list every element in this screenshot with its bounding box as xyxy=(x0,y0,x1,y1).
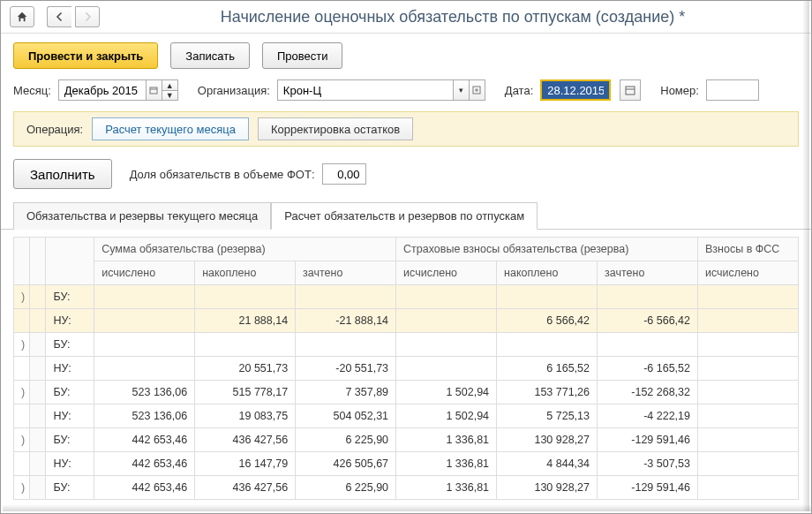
table-row[interactable]: НУ:21 888,14-21 888,146 566,42-6 566,42 xyxy=(14,309,799,333)
cell-v2 xyxy=(195,285,296,309)
col-calc: исчислено xyxy=(94,261,195,285)
cell-v2: 515 778,17 xyxy=(195,381,296,404)
cell-v1: 523 136,06 xyxy=(94,404,195,428)
cell-v7 xyxy=(698,404,799,428)
table-row[interactable]: )БУ:442 653,46436 427,566 225,901 336,81… xyxy=(14,428,799,452)
col-calc2: исчислено xyxy=(396,261,497,285)
cell-v1 xyxy=(94,357,195,381)
org-input[interactable] xyxy=(277,79,454,101)
cell-v7 xyxy=(698,333,799,357)
cell-v6: -6 566,42 xyxy=(598,309,698,333)
cell-v5: 153 771,26 xyxy=(497,381,598,404)
cell-v7 xyxy=(698,476,799,500)
cell-v3: 6 225,90 xyxy=(296,476,396,500)
org-dropdown-icon[interactable]: ▾ xyxy=(454,79,470,101)
cell-v7 xyxy=(698,381,799,404)
date-input[interactable] xyxy=(540,79,611,101)
cell-v5: 6 566,42 xyxy=(497,309,598,333)
cell-v1: 442 653,46 xyxy=(94,428,195,452)
col-accum2: накоплено xyxy=(497,261,598,285)
cell-v5: 6 165,52 xyxy=(497,357,598,381)
table-row[interactable]: )БУ:523 136,06515 778,177 357,891 502,94… xyxy=(14,381,799,404)
month-label: Месяц: xyxy=(13,84,51,97)
cell-v6: -6 165,52 xyxy=(598,357,698,381)
cell-v6: -152 268,32 xyxy=(598,381,698,404)
date-label: Дата: xyxy=(505,84,533,97)
cell-v1: 442 653,46 xyxy=(94,452,195,476)
month-up-icon[interactable]: ▲ xyxy=(162,79,178,90)
cell-v5: 4 844,34 xyxy=(497,452,598,476)
tab-obligations[interactable]: Обязательства и резервы текущего месяца xyxy=(13,202,271,230)
table-row[interactable]: )БУ: xyxy=(14,333,799,357)
row-account: БУ: xyxy=(46,428,94,452)
cell-v3: 504 052,31 xyxy=(296,404,396,428)
cell-v4: 1 336,81 xyxy=(396,452,497,476)
save-button[interactable]: Записать xyxy=(170,42,250,69)
cell-v6: -129 591,46 xyxy=(598,428,698,452)
cell-v4 xyxy=(396,309,497,333)
cell-v1 xyxy=(94,285,195,309)
cell-v3: -20 551,73 xyxy=(296,357,396,381)
cell-v2: 20 551,73 xyxy=(195,357,296,381)
row-stub xyxy=(30,404,46,428)
row-stub xyxy=(30,309,46,333)
svg-rect-0 xyxy=(150,87,157,94)
month-input[interactable] xyxy=(58,79,147,101)
home-icon[interactable] xyxy=(10,6,34,27)
cell-v6 xyxy=(598,285,698,309)
cell-v4 xyxy=(396,333,497,357)
table-row[interactable]: НУ:20 551,73-20 551,736 165,52-6 165,52 xyxy=(14,357,799,381)
cell-v3 xyxy=(296,285,396,309)
cell-v6: -4 222,19 xyxy=(598,404,698,428)
back-button[interactable] xyxy=(47,6,71,27)
date-calendar-icon[interactable] xyxy=(620,79,641,101)
cell-v7 xyxy=(698,309,799,333)
table-row[interactable]: )БУ:442 653,46436 427,566 225,901 336,81… xyxy=(14,476,799,500)
cell-v4: 1 336,81 xyxy=(396,476,497,500)
row-account: НУ: xyxy=(46,452,94,476)
fill-button[interactable]: Заполнить xyxy=(13,159,112,189)
row-account: НУ: xyxy=(46,309,94,333)
month-calendar-icon[interactable] xyxy=(147,79,162,101)
row-id: ) xyxy=(14,285,30,309)
row-account: БУ: xyxy=(46,285,94,309)
cell-v1: 442 653,46 xyxy=(94,476,195,500)
tab-calculation[interactable]: Расчет обязательств и резервов по отпуск… xyxy=(271,202,538,230)
cell-v5 xyxy=(497,333,598,357)
cell-v1 xyxy=(94,309,195,333)
row-id xyxy=(14,309,30,333)
org-open-icon[interactable] xyxy=(470,79,485,101)
forward-button[interactable] xyxy=(75,6,100,27)
row-id xyxy=(14,452,30,476)
number-input[interactable] xyxy=(706,79,759,101)
row-id xyxy=(14,357,30,381)
cell-v3: 6 225,90 xyxy=(296,428,396,452)
row-stub xyxy=(30,476,46,500)
table-row[interactable]: )БУ: xyxy=(14,285,799,309)
cell-v6: -129 591,46 xyxy=(598,476,698,500)
row-stub xyxy=(30,285,46,309)
cell-v7 xyxy=(698,285,799,309)
row-id xyxy=(14,404,30,428)
cell-v2: 21 888,14 xyxy=(195,309,296,333)
table-row[interactable]: НУ:442 653,4616 147,79426 505,671 336,81… xyxy=(14,452,799,476)
col-offset2: зачтено xyxy=(598,261,698,285)
operation-tab-current[interactable]: Расчет текущего месяца xyxy=(92,117,249,140)
row-account: БУ: xyxy=(46,476,94,500)
table-row[interactable]: НУ:523 136,0619 083,75504 052,311 502,94… xyxy=(14,404,799,428)
row-id: ) xyxy=(14,381,30,404)
page-title: Начисление оценочных обязательств по отп… xyxy=(103,8,802,26)
share-input[interactable] xyxy=(322,163,366,185)
cell-v4 xyxy=(396,357,497,381)
cell-v2: 16 147,79 xyxy=(195,452,296,476)
cell-v3 xyxy=(296,333,396,357)
data-grid[interactable]: Сумма обязательства (резерва) Страховые … xyxy=(13,237,799,500)
operation-tab-correction[interactable]: Корректировка остатков xyxy=(258,117,413,140)
cell-v5: 130 928,27 xyxy=(497,476,598,500)
cell-v7 xyxy=(698,428,799,452)
month-down-icon[interactable]: ▼ xyxy=(162,90,178,101)
post-button[interactable]: Провести xyxy=(262,42,343,69)
cell-v3: 426 505,67 xyxy=(296,452,396,476)
cell-v2: 436 427,56 xyxy=(195,428,296,452)
post-and-close-button[interactable]: Провести и закрыть xyxy=(13,42,158,69)
